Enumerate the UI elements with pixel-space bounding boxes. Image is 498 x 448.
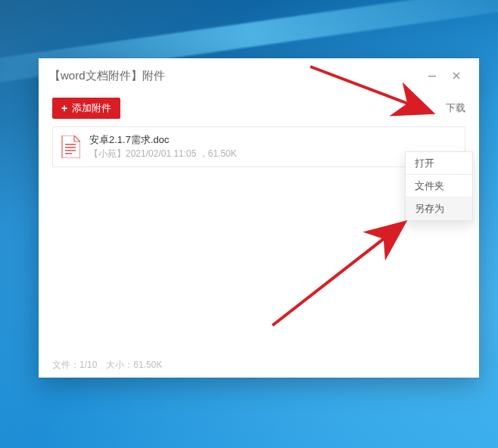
titlebar: 【word文档附件】附件 [39,58,479,93]
menu-save-as[interactable]: 另存为 [406,198,472,220]
menu-open[interactable]: 打开 [406,152,472,175]
close-icon [451,70,462,81]
menu-folder[interactable]: 文件夹 [406,175,472,198]
svg-rect-4 [65,147,76,148]
add-attachment-button[interactable]: + 添加附件 [52,98,120,119]
file-name: 安卓2.1.7需求.doc [89,133,457,147]
status-size-value: 61.50K [133,359,162,370]
window-title: 【word文档附件】附件 [49,69,165,83]
download-link[interactable]: 下载 [446,101,465,115]
svg-rect-5 [65,150,76,151]
plus-icon: + [61,103,67,114]
context-menu: 打开 文件夹 另存为 [405,151,473,221]
status-files: 文件：1/10 [52,359,97,372]
minimize-button[interactable] [420,64,444,87]
close-button[interactable] [444,64,468,87]
add-attachment-label: 添加附件 [72,101,111,115]
status-files-value: 1/10 [79,359,97,370]
file-meta: 【小苑】2021/02/01 11:05 ，61.50K [89,147,457,160]
status-size-label: 大小： [106,359,133,370]
file-row[interactable]: 安卓2.1.7需求.doc 【小苑】2021/02/01 11:05 ，61.5… [52,126,465,167]
file-text-block: 安卓2.1.7需求.doc 【小苑】2021/02/01 11:05 ，61.5… [89,133,457,160]
status-files-label: 文件： [52,359,79,370]
svg-rect-6 [65,153,72,154]
status-size: 大小：61.50K [106,359,162,372]
doc-file-icon [59,134,82,160]
svg-rect-0 [428,76,436,77]
minimize-icon [427,70,437,81]
svg-rect-3 [65,144,76,145]
toolbar: + 添加附件 下载 [39,93,479,126]
statusbar: 文件：1/10 大小：61.50K [52,359,171,372]
